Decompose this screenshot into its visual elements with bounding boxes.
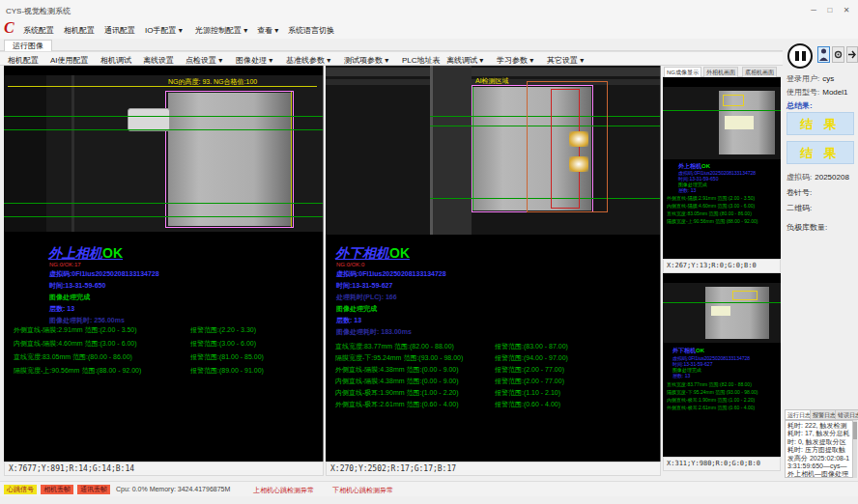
tool-offline-setting[interactable]: 离线设置 (143, 55, 174, 66)
tool-test-params[interactable]: 测试项参数 ▾ (344, 55, 388, 66)
tool-baseline-params[interactable]: 基准线参数 ▾ (286, 55, 330, 66)
measurement-text: 外侧直线-极耳:2.61mm 范围:(0.60 - 4.00) (335, 400, 459, 409)
measurement-row: 内侧直线-隔膜:4.60mm 范围:(3.00 - 6.00) 报警范围:(3.… (14, 339, 321, 350)
alarm-range-text: 报警范围:(81.00 - 85.00) (190, 352, 264, 362)
tab-run-image[interactable]: 运行图像 (4, 40, 52, 51)
log-scrollbar-thumb[interactable] (853, 422, 857, 439)
virtual-code-value: 20250208 (815, 173, 849, 182)
pause-button[interactable] (787, 43, 813, 69)
measure-line (663, 110, 781, 111)
menu-view[interactable]: 查看 ▾ (257, 25, 278, 36)
camera-title: 外下相机OK (335, 245, 410, 263)
maximize-button[interactable]: □ (822, 4, 838, 16)
process-done-text: 图像处理完成 (336, 304, 377, 314)
exit-button[interactable] (846, 46, 858, 63)
mini-measurement: 直线宽度:83.77mm 范围:(82.00 - 88.00) (667, 381, 752, 387)
menu-language-switch[interactable]: 系统语言切换 (288, 25, 334, 36)
alarm-range-text: 报警范围:(2.20 - 3.30) (190, 325, 256, 335)
tab-ng-display[interactable]: NG成像显示 (664, 67, 701, 77)
result-ok-text: OK (389, 245, 410, 261)
tool-offline-debug[interactable]: 离线调试 ▾ (446, 55, 483, 66)
pixel-coord-bar-left: X:7677;Y:891;R:14;G:14;B:14 (4, 462, 324, 476)
ai-area-label: AI检测区域 (475, 76, 509, 86)
model-value: Model1 (822, 88, 847, 97)
needle-number-label: 卷针号: (786, 187, 856, 198)
measurement-row: 隔膜宽度-上:90.56mm 范围:(88.00 - 92.00) 报警范围:(… (14, 366, 321, 378)
machine-rail (72, 75, 74, 232)
roi-box-yellow (723, 95, 744, 106)
mini-measurement: 直线宽度:83.05mm 范围:(80.00 - 86.00) (667, 210, 752, 216)
tool-image-process[interactable]: 图像处理 ▾ (236, 55, 272, 66)
result-ok-text: OK (102, 245, 123, 261)
glare-spot (711, 306, 730, 316)
thumbnail-view-2[interactable]: 外下相机OK 虚拟码:0FI1ius20250208133134728 时间:1… (663, 273, 781, 457)
elapsed-text: 图像处理耗时: 183.00ms (336, 327, 412, 337)
ng-stat-text: NG:0/OK:17 (49, 262, 81, 267)
tab-bottom-camera[interactable]: 底相机画面 (742, 67, 777, 77)
elapsed-text: 图像处理耗时: 256.00ms (49, 316, 125, 325)
tool-learn-params[interactable]: 学习参数 ▾ (497, 55, 533, 66)
model-label: 使用型号: (786, 88, 819, 97)
measurement-text: 直线宽度:83.05mm 范围:(80.00 - 86.00) (14, 352, 132, 362)
model-row: 使用型号:Model1 (786, 87, 856, 98)
measure-line-vertical (472, 87, 473, 210)
camera-settings-button[interactable] (832, 46, 844, 63)
tool-other-setting[interactable]: 其它设置 ▾ (547, 55, 584, 66)
toolbar: 相机配置 AI使用配置 相机调试 离线设置 点检设置 ▾ 图像处理 ▾ 基准线参… (0, 51, 858, 66)
ng-stat-text: NG:0/OK:0 (336, 262, 364, 267)
mini-layers: 层数: 13 (678, 187, 696, 193)
tool-spotcheck-setting[interactable]: 点检设置 ▾ (186, 55, 222, 66)
mini-layers: 层数: 13 (672, 373, 690, 378)
camera-view-upper[interactable]: NG的高度: 93. NG合格值:100 外上相机OK NG:0/OK:17 虚… (4, 66, 324, 462)
right-panel: 登录用户:cys 使用型号:Model1 总结果: 结 果 结 果 虚拟码:20… (783, 39, 858, 481)
user-mode-button[interactable] (817, 46, 830, 63)
process-done-text: 图像处理完成 (49, 293, 90, 302)
virtual-code-row: 虚拟码:20250208 (786, 172, 856, 182)
menu-comm-config[interactable]: 通讯配置 (104, 25, 135, 36)
measurement-text: 内侧直线-极耳:1.90mm 范围:(1.00 - 2.20) (335, 388, 459, 398)
machine-bar-top (326, 68, 661, 76)
measurement-row: 直线宽度:83.77mm 范围:(82.00 - 88.00) 报警范围:(83… (335, 342, 658, 353)
tool-camera-config[interactable]: 相机配置 (8, 55, 39, 66)
log-scrollbar[interactable] (853, 420, 857, 478)
alarm-range-text: 报警范围:(89.00 - 91.00) (190, 366, 264, 376)
camera-view-lower[interactable]: AI检测区域 外下相机OK NG:0/OK:0 虚拟码:0FI1ius20250… (326, 66, 661, 462)
alarm-range-text: 报警范围:(3.00 - 6.00) (190, 339, 256, 349)
close-button[interactable]: ✕ (839, 4, 854, 16)
tool-plc-address[interactable]: PLC地址表 (402, 55, 441, 66)
mini-measurement: 内侧直线-极耳:1.90mm 范围:(1.00 - 2.20) (667, 397, 755, 403)
menu-light-config[interactable]: 光源控制配置 ▾ (195, 25, 247, 36)
camera-title-text: 外上相机 (48, 245, 102, 261)
measurement-text: 隔膜宽度-下:95.24mm 范围:(93.00 - 98.00) (335, 353, 463, 363)
tab-outer-camera[interactable]: 外相机画面 (703, 67, 738, 77)
app-logo-icon: C (4, 19, 14, 37)
menu-camera-config[interactable]: 相机配置 (64, 25, 95, 36)
thumbnail-view-1[interactable]: 外上相机OK 虚拟码:0FI1ius20250208133134728 时间:1… (663, 77, 781, 259)
comm-dropframe-badge: 通讯丢帧 (77, 485, 110, 494)
log-tabs: 运行日志 报警日志 错误日志 (785, 409, 856, 420)
login-user-label: 登录用户: (786, 74, 819, 83)
measurement-row: 隔膜宽度-下:95.24mm 范围:(93.00 - 98.00) 报警范围:(… (335, 353, 658, 365)
login-user-row: 登录用户:cys (786, 73, 856, 84)
heartbeat-badge: 心跳信号 (4, 485, 37, 494)
measurement-text: 内侧直线-隔膜:4.38mm 范围:(0.00 - 9.00) (335, 377, 459, 386)
time-text: 时间:13-31-59-650 (49, 281, 105, 291)
minimize-button[interactable]: ─ (806, 4, 821, 16)
mini-title-text: 外下相机 (672, 348, 696, 353)
time-text: 时间:13-31-59-627 (336, 281, 392, 291)
tab-error-log[interactable]: 错误日志 (835, 409, 858, 420)
menu-io-config[interactable]: IO手配置 ▾ (145, 25, 183, 36)
machine-column (433, 66, 472, 235)
glare-spot-1 (569, 131, 588, 147)
menu-system-config[interactable]: 系统配置 (23, 25, 54, 36)
ng-height-label: NG的高度: 93. NG合格值:100 (168, 77, 257, 87)
tool-camera-debug[interactable]: 相机调试 (100, 55, 131, 66)
pixel-coord-bar-thumb1: X:267;Y:13;R:0;G:0;B:0 (663, 259, 781, 273)
barcode-text: 虚拟码:0FI1ius20250208133134728 (49, 269, 159, 279)
glare-spot (725, 116, 754, 129)
log-text-area[interactable]: 耗时: 222, 触发检测耗时: 17, 触发分息耗时: 0, 触发提取分区耗时… (785, 420, 853, 478)
mini-measurement: 外侧直线-隔膜:2.91mm 范围:(2.00 - 3.50) (667, 195, 755, 201)
negative-stock-label: 负极库数量: (786, 222, 856, 233)
tool-ai-config[interactable]: AI使用配置 (50, 55, 89, 66)
alarm-range-text: 报警范围:(2.00 - 77.00) (495, 365, 564, 375)
